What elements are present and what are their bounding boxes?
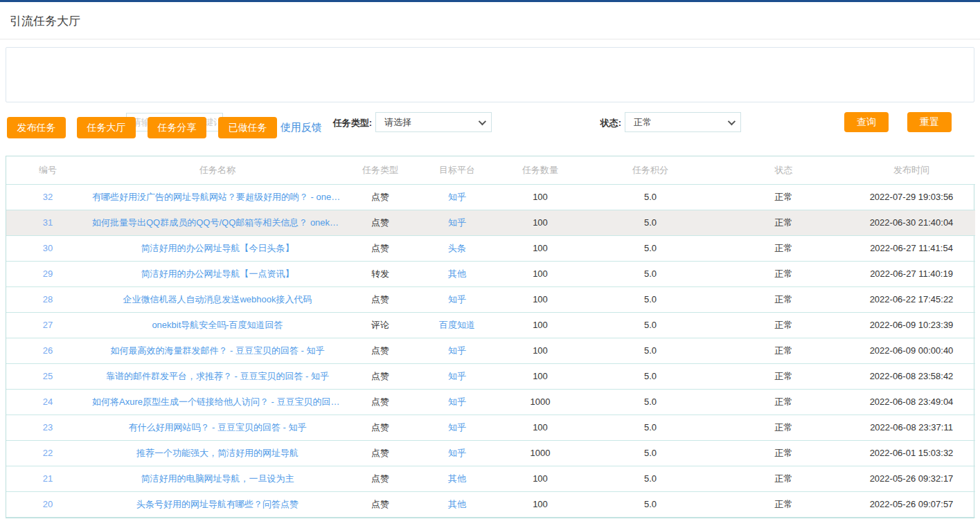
task-type: 点赞 [346, 338, 415, 363]
task-quantity: 100 [499, 210, 581, 235]
task-name-link[interactable]: onekbit导航安全吗-百度知道回答 [89, 312, 346, 338]
column-header-target-platform: 目标平台 [415, 156, 499, 184]
publish-time: 2022-06-22 17:45:22 [848, 286, 975, 312]
task-type: 点赞 [346, 466, 415, 491]
task-hall-button[interactable]: 任务大厅 [77, 117, 136, 138]
table-row[interactable]: 26 如何最高效的海量群发邮件？ - 豆豆宝贝的回答 - 知乎 点赞 知乎 10… [6, 338, 975, 363]
task-id: 27 [6, 312, 89, 338]
target-platform: 知乎 [415, 210, 499, 235]
done-tasks-button[interactable]: 已做任务 [218, 117, 277, 138]
task-quantity: 100 [499, 235, 581, 261]
table-row[interactable]: 21 简洁好用的电脑网址导航，一旦设为主 点赞 其他 100 5.0 正常 20… [6, 466, 975, 491]
task-quantity: 100 [499, 491, 581, 517]
target-platform: 其他 [415, 261, 499, 286]
publish-task-button[interactable]: 发布任务 [7, 117, 66, 138]
task-type: 转发 [346, 261, 415, 286]
column-header-task-name: 任务名称 [89, 156, 346, 184]
task-name-link[interactable]: 靠谱的邮件群发平台，求推荐？ - 豆豆宝贝的回答 - 知乎 [89, 363, 346, 389]
target-platform: 知乎 [415, 389, 499, 415]
task-name-link[interactable]: 企业微信机器人自动消息发送webhook接入代码 [89, 286, 346, 312]
task-points: 5.0 [581, 491, 720, 517]
task-name-link[interactable]: 有哪些好用没广告的网址导航网站？要超级好用的哟？ - onekbit... [89, 184, 346, 210]
publish-time: 2022-06-27 11:41:54 [848, 235, 975, 261]
task-type: 点赞 [346, 210, 415, 235]
task-status: 正常 [720, 491, 848, 517]
task-points: 5.0 [581, 312, 720, 338]
task-points: 5.0 [581, 415, 720, 440]
table-row[interactable]: 30 简洁好用的办公网址导航【今日头条】 点赞 头条 100 5.0 正常 20… [6, 235, 975, 261]
task-id: 25 [6, 363, 89, 389]
task-status: 正常 [720, 466, 848, 491]
task-share-button[interactable]: 任务分享 [148, 117, 206, 138]
task-quantity: 1000 [499, 440, 581, 466]
publish-time: 2022-06-27 11:40:19 [848, 261, 975, 286]
task-name-link[interactable]: 简洁好用的电脑网址导航，一旦设为主 [89, 466, 346, 491]
publish-time: 2022-06-08 23:37:11 [848, 415, 975, 440]
page-title: 引流任务大厅 [0, 2, 980, 39]
task-id: 32 [6, 184, 89, 210]
task-name-link[interactable]: 简洁好用的办公网址导航【一点资讯】 [89, 261, 346, 286]
task-type: 点赞 [346, 363, 415, 389]
task-points: 5.0 [581, 466, 720, 491]
publish-time: 2022-05-26 09:07:57 [848, 491, 975, 517]
task-status: 正常 [720, 261, 848, 286]
table-row[interactable]: 20 头条号好用的网址导航有哪些？问答点赞 点赞 其他 100 5.0 正常 2… [6, 491, 975, 517]
publish-time: 2022-06-09 00:00:40 [848, 338, 975, 363]
task-name-link[interactable]: 有什么好用网站吗？ - 豆豆宝贝的回答 - 知乎 [89, 415, 346, 440]
task-type: 点赞 [346, 440, 415, 466]
table-row[interactable]: 29 简洁好用的办公网址导航【一点资讯】 转发 其他 100 5.0 正常 20… [6, 261, 975, 286]
task-name-link[interactable]: 如何将Axure原型生成一个链接给他人访问？ - 豆豆宝贝的回答 - ... [89, 389, 346, 415]
table-row[interactable]: 22 推荐一个功能强大，简洁好用的网址导航 点赞 知乎 1000 5.0 正常 … [6, 440, 975, 466]
target-platform: 其他 [415, 466, 499, 491]
task-points: 5.0 [581, 261, 720, 286]
task-id: 22 [6, 440, 89, 466]
title-divider [0, 39, 980, 39]
table-row[interactable]: 32 有哪些好用没广告的网址导航网站？要超级好用的哟？ - onekbit...… [6, 184, 975, 210]
target-platform: 百度知道 [415, 312, 499, 338]
task-points: 5.0 [581, 235, 720, 261]
table-row[interactable]: 27 onekbit导航安全吗-百度知道回答 评论 百度知道 100 5.0 正… [6, 312, 975, 338]
filter-panel: 任务名称: 任务类型: 请选择 状态: 正常 查询 重置 [6, 47, 974, 102]
task-status: 正常 [720, 389, 848, 415]
task-id: 26 [6, 338, 89, 363]
task-status: 正常 [720, 440, 848, 466]
task-type: 点赞 [346, 235, 415, 261]
nav-button-row: 发布任务 任务大厅 任务分享 已做任务 使用反馈 [0, 117, 980, 139]
task-points: 5.0 [581, 363, 720, 389]
task-name-link[interactable]: 如何批量导出QQ群成员的QQ号/QQ邮箱等相关信息？ onekbit的... [89, 210, 346, 235]
publish-time: 2022-07-29 19:03:56 [848, 184, 975, 210]
task-quantity: 100 [499, 338, 581, 363]
table-row[interactable]: 25 靠谱的邮件群发平台，求推荐？ - 豆豆宝贝的回答 - 知乎 点赞 知乎 1… [6, 363, 975, 389]
target-platform: 知乎 [415, 440, 499, 466]
table-row[interactable]: 28 企业微信机器人自动消息发送webhook接入代码 点赞 知乎 100 5.… [6, 286, 975, 312]
task-points: 5.0 [581, 440, 720, 466]
table-row[interactable]: 31 如何批量导出QQ群成员的QQ号/QQ邮箱等相关信息？ onekbit的..… [6, 210, 975, 235]
task-type: 点赞 [346, 389, 415, 415]
task-name-link[interactable]: 如何最高效的海量群发邮件？ - 豆豆宝贝的回答 - 知乎 [89, 338, 346, 363]
table-header-row: 编号 任务名称 任务类型 目标平台 任务数量 任务积分 状态 发布时间 [6, 156, 975, 184]
column-header-id: 编号 [6, 156, 89, 184]
task-type: 点赞 [346, 415, 415, 440]
task-type: 点赞 [346, 184, 415, 210]
task-id: 24 [6, 389, 89, 415]
publish-time: 2022-06-08 23:58:42 [848, 363, 975, 389]
target-platform: 头条 [415, 235, 499, 261]
task-name-link[interactable]: 简洁好用的办公网址导航【今日头条】 [89, 235, 346, 261]
task-id: 30 [6, 235, 89, 261]
table-row[interactable]: 24 如何将Axure原型生成一个链接给他人访问？ - 豆豆宝贝的回答 - ..… [6, 389, 975, 415]
task-quantity: 100 [499, 261, 581, 286]
task-status: 正常 [720, 286, 848, 312]
table-row[interactable]: 23 有什么好用网站吗？ - 豆豆宝贝的回答 - 知乎 点赞 知乎 100 5.… [6, 415, 975, 440]
task-status: 正常 [720, 184, 848, 210]
task-name-link[interactable]: 推荐一个功能强大，简洁好用的网址导航 [89, 440, 346, 466]
publish-time: 2022-06-09 10:23:39 [848, 312, 975, 338]
task-id: 28 [6, 286, 89, 312]
task-type: 点赞 [346, 286, 415, 312]
task-status: 正常 [720, 363, 848, 389]
task-status: 正常 [720, 312, 848, 338]
feedback-link[interactable]: 使用反馈 [280, 121, 322, 134]
task-points: 5.0 [581, 184, 720, 210]
publish-time: 2022-05-26 09:32:17 [848, 466, 975, 491]
column-header-task-type: 任务类型 [346, 156, 415, 184]
task-name-link[interactable]: 头条号好用的网址导航有哪些？问答点赞 [89, 491, 346, 517]
